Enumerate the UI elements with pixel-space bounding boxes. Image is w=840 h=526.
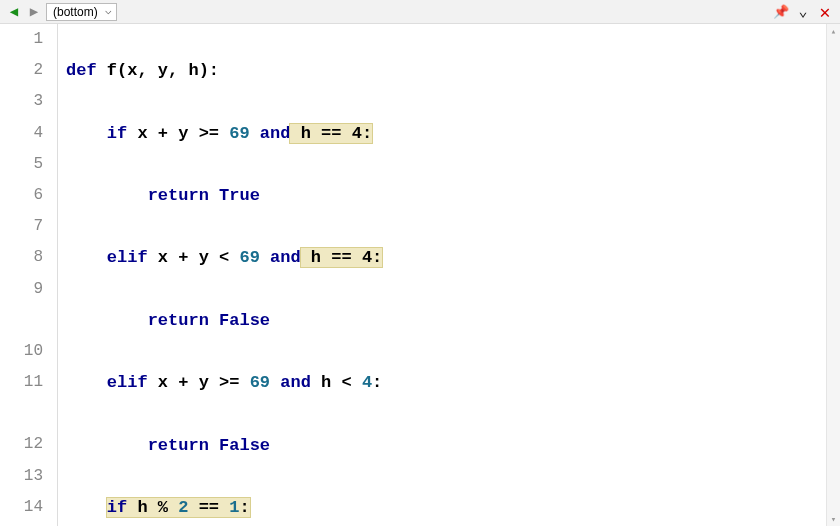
code-line: if h % 2 == 1: <box>66 492 840 523</box>
code-line: return False <box>66 305 840 336</box>
code-line: if x + y >= 69 and h == 4: <box>66 118 840 149</box>
pin-icon[interactable]: 📌 <box>772 3 790 21</box>
scroll-up-icon[interactable]: ▴ <box>827 24 840 38</box>
vertical-scrollbar[interactable]: ▴ ▾ <box>826 24 840 526</box>
highlight: h == 4: <box>301 248 383 267</box>
highlight: if h % 2 == 1: <box>107 498 250 517</box>
line-gutter: 1 2 3 4 5 6 7 8 9 10 11 12 13 14 15 <box>0 24 58 526</box>
close-icon[interactable]: ✕ <box>816 3 834 21</box>
scope-dropdown[interactable]: (bottom) <box>46 3 117 21</box>
code-line: def f(x, y, h): <box>66 55 840 86</box>
nav-back[interactable]: ◀ <box>6 3 22 20</box>
nav-forward[interactable]: ▶ <box>26 3 42 20</box>
code-area[interactable]: def f(x, y, h): if x + y >= 69 and h == … <box>58 24 840 526</box>
highlight: h == 4: <box>290 124 372 143</box>
code-line: elif x + y < 69 and h == 4: <box>66 242 840 273</box>
code-line: elif x + y >= 69 and h < 4: <box>66 367 840 398</box>
code-line: return True <box>66 180 840 211</box>
collapse-icon[interactable]: ⌄ <box>794 3 812 21</box>
scroll-down-icon[interactable]: ▾ <box>827 512 840 526</box>
toolbar: ◀ ▶ (bottom) 📌 ⌄ ✕ <box>0 0 840 24</box>
code-line: return False <box>66 430 840 461</box>
code-editor[interactable]: 1 2 3 4 5 6 7 8 9 10 11 12 13 14 15 def … <box>0 24 840 526</box>
